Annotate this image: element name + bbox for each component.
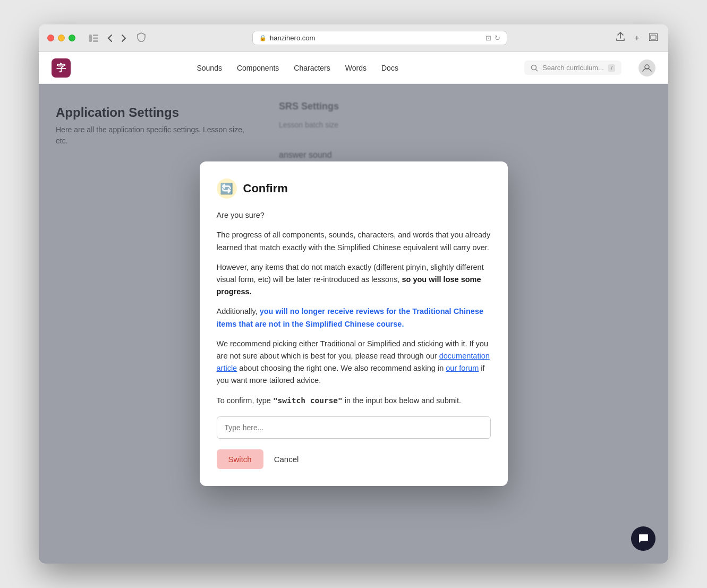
lock-icon: 🔒 bbox=[259, 35, 267, 41]
svg-rect-4 bbox=[649, 33, 658, 41]
dialog-icon: 🔄 bbox=[217, 178, 237, 199]
modal-overlay[interactable]: 🔄 Confirm Are you sure? The progress of … bbox=[39, 84, 668, 564]
user-avatar[interactable] bbox=[638, 59, 655, 76]
nav-docs[interactable]: Docs bbox=[381, 64, 398, 72]
dialog-para1: The progress of all components, sounds, … bbox=[217, 229, 491, 253]
svg-rect-5 bbox=[651, 35, 656, 39]
share-button[interactable] bbox=[614, 30, 627, 46]
new-tab-button[interactable]: + bbox=[632, 31, 642, 46]
switch-button[interactable]: Switch bbox=[217, 449, 263, 469]
navigation: 字 Sounds Components Characters Words Doc… bbox=[39, 52, 668, 84]
url-text: hanzihero.com bbox=[270, 34, 315, 42]
reload-icon[interactable]: ↻ bbox=[495, 34, 500, 42]
keyboard-shortcut: / bbox=[608, 64, 615, 72]
confirm-dialog: 🔄 Confirm Are you sure? The progress of … bbox=[200, 161, 508, 485]
search-icon bbox=[531, 64, 538, 72]
browser-window: 🔒 hanzihero.com ⊡ ↻ + 字 Sounds Component… bbox=[39, 24, 668, 564]
url-bar-container: 🔒 hanzihero.com ⊡ ↻ bbox=[152, 31, 608, 45]
url-bar[interactable]: 🔒 hanzihero.com ⊡ ↻ bbox=[252, 31, 507, 45]
browser-titlebar: 🔒 hanzihero.com ⊡ ↻ + bbox=[39, 24, 668, 52]
maximize-button[interactable] bbox=[69, 35, 75, 41]
svg-point-6 bbox=[532, 65, 536, 70]
nav-sounds[interactable]: Sounds bbox=[197, 64, 222, 72]
sidebar-toggle-button[interactable] bbox=[86, 32, 101, 44]
nav-words[interactable]: Words bbox=[345, 64, 367, 72]
close-button[interactable] bbox=[47, 35, 54, 41]
search-bar[interactable]: Search curriculum... / bbox=[524, 61, 621, 75]
dialog-para5: To confirm, type "switch course" in the … bbox=[217, 395, 491, 407]
page-content: 字 Sounds Components Characters Words Doc… bbox=[39, 52, 668, 564]
reader-view-icon: ⊡ bbox=[485, 34, 491, 42]
search-placeholder: Search curriculum... bbox=[542, 64, 604, 72]
tabs-overview-button[interactable] bbox=[647, 31, 660, 46]
dialog-header: 🔄 Confirm bbox=[217, 178, 491, 199]
main-area: Application Settings Here are all the ap… bbox=[39, 84, 668, 564]
chat-button[interactable] bbox=[631, 526, 655, 551]
minimize-button[interactable] bbox=[58, 35, 65, 41]
cancel-button[interactable]: Cancel bbox=[270, 449, 303, 469]
svg-rect-2 bbox=[93, 37, 98, 39]
forward-button[interactable] bbox=[119, 32, 129, 45]
confirm-input[interactable] bbox=[217, 416, 491, 439]
svg-rect-3 bbox=[93, 40, 98, 42]
svg-rect-0 bbox=[89, 35, 92, 42]
svg-rect-1 bbox=[93, 35, 98, 36]
dialog-para3: Additionally, you will no longer receive… bbox=[217, 305, 491, 330]
traffic-lights bbox=[47, 35, 75, 41]
dialog-body: Are you sure? The progress of all compon… bbox=[217, 209, 491, 468]
dialog-actions: Switch Cancel bbox=[217, 449, 491, 469]
dialog-para2: However, any items that do not match exa… bbox=[217, 261, 491, 299]
dialog-para4: We recommend picking either Traditional … bbox=[217, 338, 491, 387]
site-logo[interactable]: 字 bbox=[52, 58, 71, 78]
are-you-sure-text: Are you sure? bbox=[217, 209, 491, 221]
shield-icon bbox=[137, 32, 146, 44]
back-button[interactable] bbox=[105, 32, 115, 45]
nav-links: Sounds Components Characters Words Docs bbox=[88, 64, 507, 72]
browser-actions: + bbox=[614, 30, 660, 46]
browser-controls bbox=[86, 32, 129, 45]
forum-link[interactable]: our forum bbox=[446, 364, 479, 372]
nav-components[interactable]: Components bbox=[237, 64, 279, 72]
dialog-title: Confirm bbox=[243, 182, 288, 195]
nav-characters[interactable]: Characters bbox=[294, 64, 330, 72]
svg-line-7 bbox=[536, 69, 538, 71]
